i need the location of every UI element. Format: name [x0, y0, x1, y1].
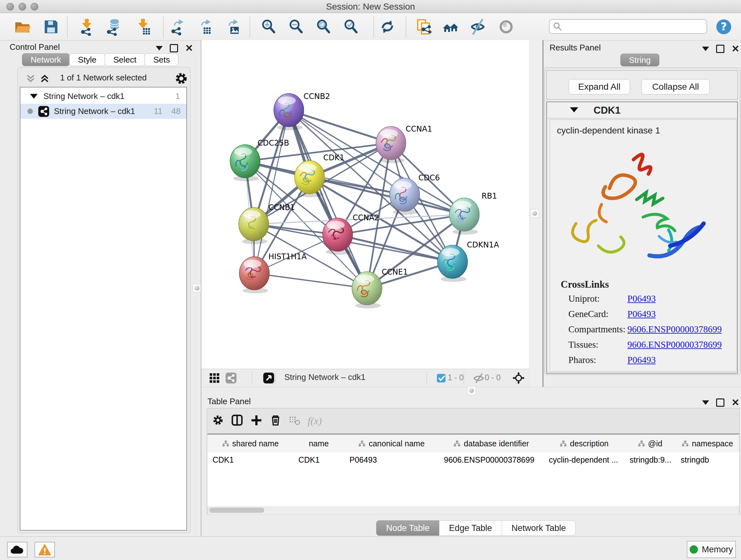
panel-menu-icon[interactable]: [702, 47, 709, 51]
export-network-button[interactable]: [167, 17, 187, 37]
cell-namespace[interactable]: stringdb: [676, 452, 739, 467]
expand-all-button[interactable]: Expand All: [569, 79, 630, 95]
hidden-eye-icon[interactable]: [473, 372, 485, 385]
section-divider: [546, 118, 738, 118]
crosslink-link[interactable]: P06493: [627, 309, 656, 319]
panel-menu-icon[interactable]: [702, 400, 709, 405]
crosslink-link[interactable]: P06493: [627, 355, 656, 365]
graph-node-CCNA2[interactable]: [323, 218, 353, 255]
zoom-fit-button[interactable]: [314, 17, 333, 37]
network-canvas[interactable]: CCNB2CCNA1CDC25BCDK1CDC6RB1CCNB1CCNA2CDK…: [201, 40, 529, 369]
panel-close-icon[interactable]: ✕: [185, 45, 193, 51]
network-tree-row-selected[interactable]: String Network – cdk1 11 48: [20, 104, 186, 119]
selected-checkbox-icon[interactable]: [435, 372, 448, 385]
right-splitter-handle[interactable]: [530, 209, 539, 218]
search-input[interactable]: [549, 19, 707, 34]
panel-float-icon[interactable]: [170, 44, 178, 52]
node-label-CCNB1: CCNB1: [268, 203, 295, 212]
delete-column-button[interactable]: [269, 414, 281, 428]
table-settings-gear-button[interactable]: [212, 414, 224, 428]
panel-menu-icon[interactable]: [156, 46, 163, 51]
column-header-namespace[interactable]: namespace: [676, 435, 739, 452]
cell-description[interactable]: cyclin-dependent ...: [544, 452, 624, 467]
function-builder-button[interactable]: f(x): [308, 415, 322, 427]
delete-table-button[interactable]: [288, 414, 300, 428]
cell-shared-name[interactable]: CDK1: [207, 452, 293, 467]
section-collapse-icon[interactable]: [570, 107, 578, 112]
crosslink-row: Compartments: 9606.ENSP00000378699: [568, 324, 736, 334]
tab-network-table[interactable]: Network Table: [502, 520, 576, 536]
cloud-status-button[interactable]: [7, 542, 27, 557]
graph-node-CCNE1[interactable]: [352, 272, 382, 308]
open-session-button[interactable]: [13, 17, 32, 37]
graph-node-CDKN1A[interactable]: [437, 245, 468, 282]
help-button[interactable]: ?: [714, 17, 733, 37]
new-network-selection-button[interactable]: [414, 17, 433, 37]
tab-sets[interactable]: Sets: [145, 53, 179, 66]
cell-canonical-name[interactable]: P06493: [344, 452, 439, 467]
column-header-shared-name[interactable]: shared name: [207, 435, 293, 452]
show-all-button[interactable]: [496, 17, 516, 37]
tab-node-table[interactable]: Node Table: [376, 520, 440, 536]
import-table-file-button[interactable]: [133, 17, 152, 37]
panel-float-icon[interactable]: [716, 398, 724, 407]
column-header-canonical-name[interactable]: canonical name: [344, 435, 439, 452]
tab-string[interactable]: String: [620, 54, 659, 66]
tree-expander-icon[interactable]: [30, 94, 38, 99]
hide-selected-button[interactable]: [468, 17, 487, 37]
table-panel-header-icons: ✕: [702, 398, 739, 407]
collapse-all-button[interactable]: Collapse All: [642, 79, 710, 95]
crosslink-link[interactable]: 9606.ENSP00000378699: [627, 339, 722, 350]
panel-float-icon[interactable]: [716, 45, 724, 53]
graph-node-CCNB1[interactable]: [239, 207, 269, 244]
tab-style[interactable]: Style: [69, 53, 105, 66]
tab-edge-table[interactable]: Edge Table: [439, 520, 502, 536]
grid-view-icon[interactable]: [208, 372, 220, 385]
memory-button[interactable]: Memory: [687, 541, 736, 558]
crosslink-link[interactable]: 9606.ENSP00000378699: [627, 324, 722, 334]
tab-network[interactable]: Network: [22, 53, 70, 66]
bottom-splitter-handle[interactable]: [467, 386, 476, 395]
warnings-button[interactable]: [35, 542, 55, 557]
crosslink-link[interactable]: P06493: [627, 294, 656, 304]
tab-select[interactable]: Select: [105, 53, 145, 66]
table-hscrollbar-thumb[interactable]: [209, 508, 264, 513]
results-panel-header-icons: ✕: [702, 45, 739, 53]
graph-node-CDC25B[interactable]: [230, 145, 260, 181]
column-label: @id: [648, 439, 663, 448]
column-header-database-identifier[interactable]: database identifier: [439, 435, 544, 452]
first-neighbors-button[interactable]: [441, 17, 460, 37]
panel-close-icon[interactable]: ✕: [731, 399, 739, 406]
save-session-button[interactable]: [42, 17, 61, 37]
import-network-file-button[interactable]: [77, 17, 96, 37]
column-header-description[interactable]: description: [544, 435, 625, 452]
export-table-button[interactable]: [195, 17, 214, 37]
column-header-@id[interactable]: @id: [624, 435, 676, 452]
network-tree-root-row[interactable]: String Network – cdk1 1: [20, 89, 186, 104]
apply-layout-button[interactable]: [378, 17, 397, 37]
network-view-icon[interactable]: [225, 372, 237, 385]
zoom-in-button[interactable]: [259, 17, 278, 37]
panel-close-icon[interactable]: ✕: [731, 46, 739, 52]
table-hscrollbar[interactable]: [208, 506, 739, 515]
import-network-database-button[interactable]: [104, 17, 123, 37]
cell-@id[interactable]: stringdb:9...: [624, 452, 676, 467]
graph-node-CCNB2[interactable]: [274, 94, 304, 130]
show-columns-button[interactable]: [231, 414, 243, 428]
zoom-selected-button[interactable]: [341, 17, 360, 37]
graph-node-RB1[interactable]: [449, 198, 479, 235]
graph-node-HIST1H1A[interactable]: [239, 257, 269, 294]
graph-node-CCNA1[interactable]: [376, 126, 406, 163]
network-graph[interactable]: CCNB2CCNA1CDC25BCDK1CDC6RB1CCNB1CCNA2CDK…: [201, 40, 529, 369]
node-table[interactable]: shared nameCDK1nameCDK1canonical nameP06…: [207, 434, 739, 507]
add-column-button[interactable]: [250, 414, 262, 428]
export-image-button[interactable]: [222, 17, 241, 37]
detach-view-icon[interactable]: [263, 372, 275, 385]
birds-eye-icon[interactable]: [513, 372, 525, 385]
column-header-name[interactable]: name: [293, 435, 345, 452]
left-splitter-handle[interactable]: [193, 284, 201, 293]
cell-database-identifier[interactable]: 9606.ENSP00000378699: [439, 452, 544, 467]
cell-name[interactable]: CDK1: [293, 452, 344, 467]
zoom-out-button[interactable]: [286, 17, 306, 37]
network-options-gear-icon[interactable]: [174, 71, 188, 87]
